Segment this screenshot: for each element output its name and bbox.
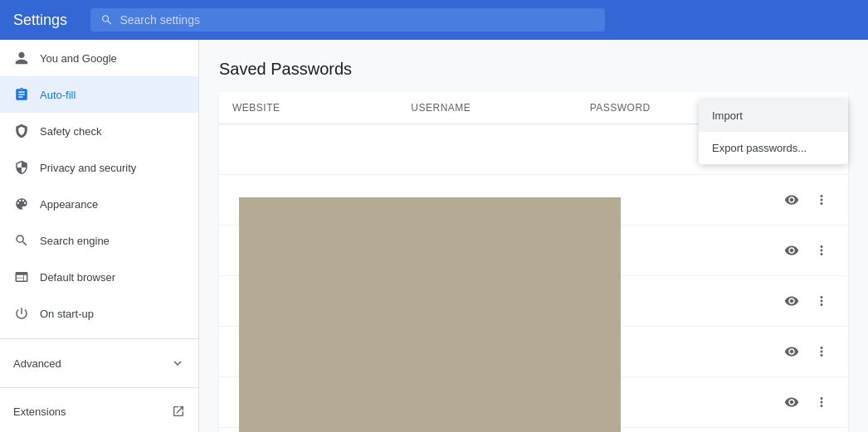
page-title: Saved Passwords: [219, 60, 848, 79]
sidebar-item-on-startup[interactable]: On start-up: [0, 295, 198, 332]
row-actions-6: [768, 389, 835, 415]
person-icon: [13, 50, 30, 66]
settings-title: Settings: [13, 12, 67, 29]
col-website-header: Website: [232, 102, 411, 114]
content-area: Saved Passwords Website Username Passwor…: [199, 40, 868, 432]
palette-icon: [13, 196, 30, 212]
eye-icon: [784, 243, 799, 258]
sidebar-divider: [0, 338, 198, 339]
search-icon: [100, 13, 113, 27]
more-vert-icon: [814, 243, 829, 258]
main-layout: You and Google Auto-fill Safety check Pr…: [0, 40, 868, 432]
col-username-header: Username: [411, 102, 589, 114]
sidebar-item-privacy-security[interactable]: Privacy and security: [0, 149, 198, 186]
more-vert-icon: [814, 395, 829, 410]
row-actions-2: [768, 187, 835, 213]
sidebar-item-search-engine[interactable]: Search engine: [0, 222, 198, 259]
sidebar-label-default-browser: Default browser: [40, 271, 115, 284]
chevron-down-icon: [170, 356, 185, 371]
row-actions-3: [768, 237, 835, 264]
row-actions-4: [768, 288, 835, 314]
sidebar-label-safety-check: Safety check: [40, 125, 101, 138]
sidebar-item-extensions[interactable]: Extensions: [0, 395, 198, 428]
sidebar: You and Google Auto-fill Safety check Pr…: [0, 40, 199, 432]
sidebar-item-about-chrome[interactable]: About Chrome: [0, 428, 198, 432]
sidebar-label-privacy-security: Privacy and security: [40, 162, 136, 174]
blurred-content: [239, 197, 621, 432]
sidebar-item-auto-fill[interactable]: Auto-fill: [0, 76, 198, 113]
export-passwords-menu-item[interactable]: Export passwords...: [699, 132, 848, 164]
sidebar-item-safety-check[interactable]: Safety check: [0, 113, 198, 149]
reveal-password-button[interactable]: [778, 338, 805, 365]
power-icon: [13, 305, 30, 322]
reveal-password-button[interactable]: [778, 187, 805, 213]
eye-icon: [784, 294, 799, 308]
reveal-password-button[interactable]: [778, 288, 805, 314]
more-vert-icon: [814, 344, 829, 359]
eye-icon: [784, 192, 799, 207]
more-options-button[interactable]: [808, 288, 835, 314]
reveal-password-button[interactable]: [778, 237, 805, 264]
search-icon: [13, 232, 30, 249]
sidebar-advanced[interactable]: Advanced: [0, 346, 198, 381]
extensions-label: Extensions: [13, 405, 66, 418]
more-options-button[interactable]: [808, 237, 835, 264]
sidebar-label-you-and-google: You and Google: [40, 52, 117, 65]
shield-lock-icon: [13, 159, 30, 176]
more-vert-icon: [814, 192, 829, 207]
sidebar-label-auto-fill: Auto-fill: [40, 89, 76, 101]
row-actions-5: [768, 338, 835, 365]
external-link-icon: [172, 405, 185, 418]
sidebar-label-search-engine: Search engine: [40, 235, 110, 247]
sidebar-divider-2: [0, 387, 198, 388]
search-input[interactable]: [119, 13, 595, 27]
clipboard-icon: [13, 86, 30, 103]
more-vert-icon: [814, 294, 829, 308]
header: Settings: [0, 0, 868, 40]
import-menu-item[interactable]: Import: [699, 100, 848, 132]
sidebar-item-you-and-google[interactable]: You and Google: [0, 40, 198, 76]
shield-icon: [13, 123, 30, 139]
context-menu: Import Export passwords...: [699, 100, 848, 164]
sidebar-item-default-browser[interactable]: Default browser: [0, 259, 198, 295]
more-options-button[interactable]: [808, 338, 835, 365]
eye-icon: [784, 344, 799, 359]
sidebar-label-on-startup: On start-up: [40, 308, 94, 320]
advanced-label: Advanced: [13, 357, 61, 370]
search-bar[interactable]: [90, 8, 605, 32]
browser-icon: [13, 269, 30, 285]
more-options-button[interactable]: [808, 187, 835, 213]
eye-icon: [784, 395, 799, 410]
sidebar-item-appearance[interactable]: Appearance: [0, 186, 198, 222]
sidebar-label-appearance: Appearance: [40, 198, 98, 211]
more-options-button[interactable]: [808, 389, 835, 415]
reveal-password-button[interactable]: [778, 389, 805, 415]
